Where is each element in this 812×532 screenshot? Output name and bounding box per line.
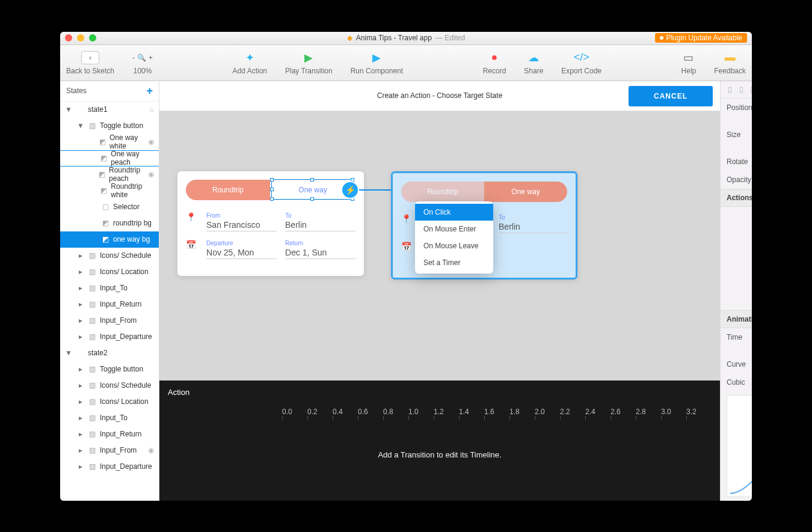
from-label: From <box>206 212 277 219</box>
tree-row[interactable]: ▸▧Icons/ Schedule <box>60 248 159 264</box>
location-icon: 📍 <box>186 212 195 231</box>
time-label: Time <box>727 333 752 341</box>
titlebar: ◆ Anima Tips - Travel app — Edited Plugi… <box>60 32 752 45</box>
to-label-2: To <box>499 214 567 221</box>
tree-row[interactable]: ▢Selector <box>60 199 159 215</box>
add-state-button[interactable]: + <box>147 85 153 97</box>
tree-row[interactable]: ▼▧Toggle button <box>60 118 159 134</box>
rotate-label: Rotate <box>727 157 752 166</box>
align-left-icon[interactable]: ▯ <box>725 85 734 94</box>
opacity-label: Opacity <box>727 176 752 184</box>
to-value-2: Berlin <box>499 222 567 233</box>
close-window[interactable] <box>65 34 72 41</box>
align-right-icon[interactable]: ▯ <box>748 85 752 94</box>
action-trigger-icon[interactable]: ⚡ <box>341 181 359 199</box>
tree-row[interactable]: ▸▧Icons/ Location <box>60 264 159 280</box>
record-button[interactable]: ● Record <box>483 50 506 75</box>
cubic-label: Cubic <box>727 378 752 387</box>
plugin-update-badge[interactable]: Plugin Update Available <box>655 33 747 43</box>
back-to-sketch-button[interactable]: ‹ Back to Sketch <box>66 50 114 75</box>
zoom-control[interactable]: -🔍+ 100% <box>132 50 153 75</box>
tree-row[interactable]: ◩Roundtrip peach◉ <box>60 167 159 183</box>
zoom-window[interactable] <box>89 34 96 41</box>
tree-row[interactable]: ▼state1⌂ <box>60 102 159 118</box>
app-window: ◆ Anima Tips - Travel app — Edited Plugi… <box>60 32 752 501</box>
calendar-icon: 📅 <box>186 240 195 259</box>
states-panel: States + ▼state1⌂▼▧Toggle button◩One way… <box>60 81 159 501</box>
timeline-empty-msg: Add a Transition to edit its Timeline. <box>168 416 712 494</box>
dropdown-item[interactable]: On Mouse Enter <box>415 221 493 237</box>
feedback-button[interactable]: ▬ Feedback <box>714 50 746 75</box>
tree-row[interactable]: ◩One way peach <box>60 150 159 167</box>
visibility-icon[interactable]: ◉ <box>148 170 154 179</box>
tree-row[interactable]: ▸▧Input_Departure <box>60 459 159 475</box>
help-button[interactable]: ▭ Help <box>681 50 697 75</box>
code-icon: </> <box>574 50 589 65</box>
record-icon: ● <box>491 50 498 65</box>
window-controls <box>65 34 96 41</box>
home-icon: ⌂ <box>150 105 154 114</box>
share-button[interactable]: ☁ Share <box>524 50 543 75</box>
app-icon: ◆ <box>347 34 352 42</box>
tree-row[interactable]: ◩roundtrip bg <box>60 215 159 231</box>
timeline-ruler: 0.00.20.40.60.81.01.21.41.61.82.02.22.42… <box>282 408 712 416</box>
dropdown-item[interactable]: On Click <box>415 204 493 221</box>
canvas-area: Create an Action - Choose Target State C… <box>159 81 720 501</box>
visibility-icon[interactable]: ◉ <box>148 446 154 454</box>
return-value: Dec 1, Sun <box>285 248 355 259</box>
to-label: To <box>285 212 355 219</box>
magnifier-icon: 🔍 <box>137 54 146 62</box>
curve-preview <box>727 395 752 497</box>
roundtrip-tab-2[interactable]: Roundtrip <box>401 182 484 202</box>
play-icon: ▶ <box>304 50 313 65</box>
tree-row[interactable]: ▸▧Input_Departure <box>60 329 159 345</box>
dropdown-item[interactable]: Set a Timer <box>415 254 493 271</box>
location-icon: 📍 <box>401 214 411 233</box>
add-action-icon: ✦ <box>245 50 254 65</box>
tree-row[interactable]: ▸▧Icons/ Schedule <box>60 378 159 394</box>
oneway-tab-2[interactable]: One way <box>484 182 567 202</box>
tree-row[interactable]: ▸▧Input_Return <box>60 426 159 442</box>
timeline-panel: Action 0.00.20.40.60.81.01.21.41.61.82.0… <box>159 381 720 501</box>
curve-label: Curve <box>727 360 752 368</box>
layer-tree[interactable]: ▼state1⌂▼▧Toggle button◩One way white◉◩O… <box>60 102 159 501</box>
action-title: Create an Action - Choose Target State <box>377 91 503 100</box>
window-title: Anima Tips - Travel app <box>356 34 432 42</box>
export-code-button[interactable]: </> Export Code <box>561 50 601 75</box>
run-component-button[interactable]: ▶ Run Component <box>351 50 403 75</box>
tree-row[interactable]: ▸▧Toggle button <box>60 361 159 378</box>
play-solid-icon: ▶ <box>372 50 381 65</box>
tree-row[interactable]: ▸▧Input_From◉ <box>60 442 159 459</box>
action-header: Create an Action - Choose Target State C… <box>159 81 720 111</box>
dropdown-item[interactable]: On Mouse Leave <box>415 237 493 254</box>
trigger-dropdown[interactable]: On ClickOn Mouse EnterOn Mouse LeaveSet … <box>415 201 493 274</box>
tree-row[interactable]: ▸▧Input_Return <box>60 296 159 313</box>
visibility-icon[interactable]: ◉ <box>148 138 154 146</box>
add-action-button[interactable]: ✦ Add Action <box>233 50 267 75</box>
cloud-upload-icon: ☁ <box>528 50 539 65</box>
cancel-button[interactable]: CANCEL <box>629 86 713 106</box>
tree-row[interactable]: ▼state2 <box>60 345 159 361</box>
departure-label: Departure <box>206 240 277 246</box>
from-value: San Francisco <box>206 220 277 231</box>
tree-row[interactable]: ◩one way bg <box>60 231 159 248</box>
align-center-icon[interactable]: ▯ <box>737 85 746 94</box>
animation-section: Animation <box>727 315 752 323</box>
tree-row[interactable]: ▸▧Input_To <box>60 280 159 296</box>
play-transition-button[interactable]: ▶ Play Transition <box>285 50 333 75</box>
timeline-title: Action <box>168 388 712 397</box>
size-label: Size <box>727 130 752 139</box>
tree-row[interactable]: ▸▧Input_From <box>60 313 159 329</box>
tree-row[interactable]: ◩One way white◉ <box>60 134 159 150</box>
actions-section: Actions <box>727 194 752 202</box>
tree-row[interactable]: ▸▧Icons/ Location <box>60 394 159 410</box>
minimize-window[interactable] <box>77 34 84 41</box>
to-value: Berlin <box>285 220 355 231</box>
window-edited: — Edited <box>435 34 465 42</box>
tree-row[interactable]: ◩Roundtrip white <box>60 183 159 199</box>
align-controls[interactable]: ▯▯▯ ▭▭▭ ▯▭▯ <box>721 81 752 99</box>
inspector: ▯▯▯ ▭▭▭ ▯▭▯ Position XY Size WidthHeight… <box>720 81 752 501</box>
roundtrip-tab[interactable]: Roundtrip <box>186 180 270 200</box>
toolbar: ‹ Back to Sketch -🔍+ 100% ✦ Add Action ▶… <box>60 45 752 81</box>
tree-row[interactable]: ▸▧Input_To <box>60 410 159 426</box>
